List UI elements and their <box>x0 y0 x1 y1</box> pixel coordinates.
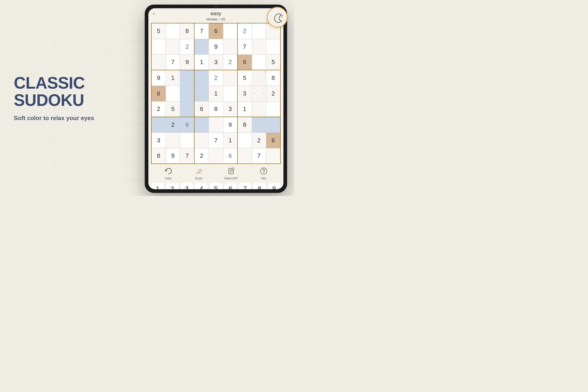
cell-7-5[interactable]: 1 <box>223 132 237 148</box>
cell-3-5[interactable] <box>223 70 237 86</box>
cell-7-0[interactable]: 3 <box>151 132 166 148</box>
cell-3-3[interactable] <box>194 70 208 86</box>
cell-6-5[interactable]: 9 <box>223 117 237 132</box>
num-btn-8[interactable]: 8 <box>253 183 266 189</box>
num-btn-2[interactable]: 2 <box>166 183 179 189</box>
hint-button[interactable]: 0 Hint <box>259 166 268 180</box>
num-btn-6[interactable]: 6 <box>224 183 237 189</box>
cell-7-3[interactable] <box>194 132 208 148</box>
cell-4-2[interactable] <box>180 86 194 101</box>
cell-8-1[interactable]: 9 <box>166 148 180 164</box>
cell-8-6[interactable] <box>238 148 252 164</box>
cell-1-7[interactable] <box>252 39 266 54</box>
cell-5-7[interactable] <box>252 101 266 117</box>
cell-7-2[interactable] <box>180 132 194 148</box>
cell-1-6[interactable]: 7 <box>238 39 252 54</box>
cell-5-4[interactable]: 8 <box>209 101 223 117</box>
cell-7-8[interactable]: 6 <box>266 132 281 148</box>
cell-0-7[interactable] <box>252 23 266 39</box>
cell-4-8[interactable]: 2 <box>266 86 281 101</box>
num-btn-4[interactable]: 4 <box>195 183 208 189</box>
notes-label: Notes OFF <box>224 177 238 180</box>
cell-2-8[interactable]: 5 <box>266 54 281 70</box>
cell-5-5[interactable]: 3 <box>223 101 237 117</box>
cell-4-3[interactable] <box>194 86 208 101</box>
cell-4-7[interactable]: 469 <box>252 86 266 101</box>
notes-icon <box>226 166 236 176</box>
cell-4-1[interactable] <box>166 86 180 101</box>
cell-3-0[interactable]: 9 <box>151 70 166 86</box>
cell-1-1[interactable] <box>166 39 180 54</box>
cell-5-6[interactable]: 1 <box>238 101 252 117</box>
erase-button[interactable]: Erase <box>194 166 204 180</box>
cell-7-7[interactable]: 2 <box>252 132 266 148</box>
cell-7-4[interactable]: 7 <box>209 132 223 148</box>
cell-5-2[interactable] <box>180 101 194 117</box>
cell-8-5[interactable]: 6 <box>223 148 237 164</box>
cell-7-1[interactable] <box>166 132 180 148</box>
cell-1-8[interactable] <box>266 39 281 54</box>
num-btn-3[interactable]: 3 <box>180 183 194 189</box>
cell-5-1[interactable]: 5 <box>166 101 180 117</box>
cell-2-5[interactable]: 2 <box>223 54 237 70</box>
cell-8-2[interactable]: 7 <box>180 148 194 164</box>
undo-button[interactable]: Undo <box>163 166 173 180</box>
cell-0-4[interactable]: 6 <box>209 23 223 39</box>
cell-3-2[interactable] <box>180 70 194 86</box>
cell-3-6[interactable]: 5 <box>238 70 252 86</box>
cell-5-8[interactable] <box>266 101 281 117</box>
cell-6-4[interactable] <box>209 117 223 132</box>
cell-6-1[interactable]: 2 <box>166 117 180 132</box>
cell-0-2[interactable]: 8 <box>180 23 194 39</box>
cell-2-7[interactable] <box>252 54 266 70</box>
cell-4-0[interactable]: 6 <box>151 86 166 101</box>
tablet: ‹ easy Mistake：0/5 587622977913265912568… <box>145 4 287 193</box>
cell-7-6[interactable] <box>238 132 252 148</box>
cell-4-6[interactable]: 3 <box>238 86 252 101</box>
cell-8-8[interactable] <box>266 148 281 164</box>
cell-0-6[interactable]: 2 <box>238 23 252 39</box>
num-btn-1[interactable]: 1 <box>151 183 164 189</box>
cell-6-7[interactable] <box>252 117 266 132</box>
cell-2-2[interactable]: 9 <box>180 54 194 70</box>
screen-title: easy <box>210 10 221 16</box>
cell-1-3[interactable] <box>194 39 208 54</box>
cell-8-4[interactable] <box>209 148 223 164</box>
notes-button[interactable]: Notes OFF <box>224 166 238 180</box>
cell-3-7[interactable]: 6 <box>252 70 266 86</box>
cell-2-4[interactable]: 3 <box>209 54 223 70</box>
num-btn-7[interactable]: 7 <box>238 183 252 189</box>
night-mode-button[interactable] <box>267 7 288 28</box>
cell-8-7[interactable]: 7 <box>252 148 266 164</box>
cell-6-8[interactable] <box>266 117 281 132</box>
cell-1-2[interactable]: 2 <box>180 39 194 54</box>
cell-1-5[interactable] <box>223 39 237 54</box>
cell-2-1[interactable]: 7 <box>166 54 180 70</box>
cell-4-4[interactable]: 1 <box>209 86 223 101</box>
cell-5-0[interactable]: 2 <box>151 101 166 117</box>
cell-0-3[interactable]: 7 <box>194 23 208 39</box>
cell-1-4[interactable]: 9 <box>209 39 223 54</box>
cell-3-1[interactable]: 1 <box>166 70 180 86</box>
cell-5-3[interactable]: 6 <box>194 101 208 117</box>
cell-8-3[interactable]: 2 <box>194 148 208 164</box>
num-btn-5[interactable]: 5 <box>209 183 222 189</box>
num-btn-9[interactable]: 9 <box>268 183 281 189</box>
back-button[interactable]: ‹ <box>153 10 154 16</box>
cell-2-0[interactable] <box>151 54 166 70</box>
cell-2-3[interactable]: 1 <box>194 54 208 70</box>
cell-1-0[interactable] <box>151 39 166 54</box>
cell-6-2[interactable]: 6 <box>180 117 194 132</box>
cell-0-5[interactable] <box>223 23 237 39</box>
cell-3-4[interactable]: 2 <box>209 70 223 86</box>
cell-2-6[interactable]: 6 <box>238 54 252 70</box>
cell-4-5[interactable] <box>223 86 237 101</box>
cell-0-1[interactable] <box>166 23 180 39</box>
cell-0-0[interactable]: 5 <box>151 23 166 39</box>
cell-6-6[interactable]: 8 <box>238 117 252 132</box>
cell-8-0[interactable]: 8 <box>151 148 166 164</box>
svg-point-8 <box>263 173 264 174</box>
cell-6-3[interactable] <box>194 117 208 132</box>
cell-3-8[interactable]: 8 <box>266 70 281 86</box>
cell-6-0[interactable] <box>151 117 166 132</box>
